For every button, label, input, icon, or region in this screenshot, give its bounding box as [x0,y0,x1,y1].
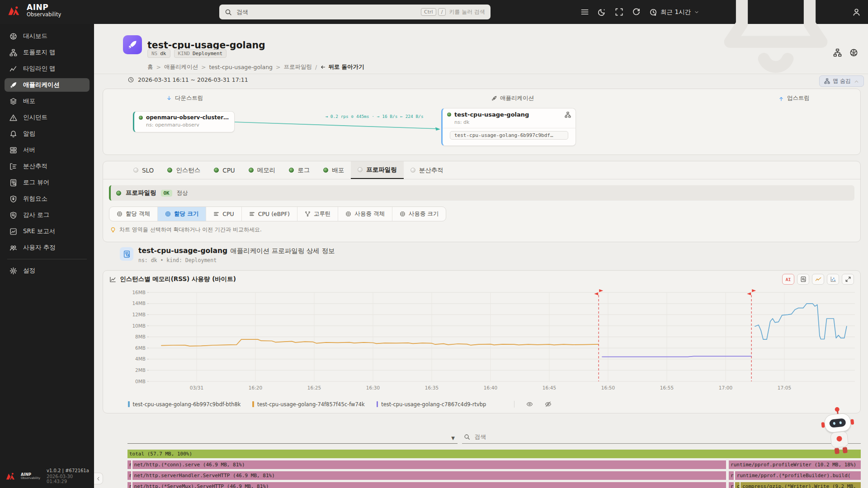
topology-icon[interactable] [565,112,571,118]
sidebar-item-bell[interactable]: 알림 [5,127,90,141]
chart-tool-scatter[interactable] [827,274,839,285]
back-button[interactable]: 뒤로 돌아가기 [320,63,364,71]
legend-item[interactable]: test-cpu-usage-golang-6b997c9bdf-bth8k [128,401,241,408]
tab-메모리[interactable]: 메모리 [242,161,283,179]
sidebar-item-shieldsearch[interactable]: 감사 로그 [5,208,90,222]
sidebar-item-rocket[interactable]: 애플리케이션 [5,78,90,92]
chart-tool-inspect[interactable] [797,274,809,285]
flame-segment[interactable]: total (57.7 MB, 100%) [127,450,861,458]
shieldlock-icon [9,195,17,203]
tab-CPU[interactable]: CPU [207,161,241,179]
search-input[interactable] [236,8,419,16]
flame-segment[interactable]: runtime/pprof.profileWriter (10.2 MB, 18… [729,460,861,469]
flame-segment[interactable]: n [127,460,131,469]
profile-button-할당 크기[interactable]: 할당 크기 [158,207,206,221]
sidebar-item-label: 타임라인 맵 [23,65,56,73]
users-icon [9,244,17,252]
tab-배포[interactable]: 배포 [316,161,351,179]
eyeoff-icon[interactable] [545,401,552,408]
svg-text:16:20: 16:20 [249,385,262,390]
memory-usage-chart[interactable]: 0MB2MB4MB6MB8MB10MB12MB14MB16MB03/3116:2… [103,288,860,402]
tab-로그[interactable]: 로그 [282,161,316,179]
user-avatar[interactable] [852,8,861,16]
tab-SLO[interactable]: SLO [127,161,160,179]
flame-search[interactable] [462,430,861,444]
detail-section-subtitle: ns: dk • kind: Deployment [138,257,217,263]
sidebar-nav: 대시보드토폴로지 맵타임라인 맵애플리케이션배포인시던트알림서버분산추적로그 뷰… [0,24,94,254]
flame-segment[interactable]: net/http.serverHandler.ServeHTTP (46.9 M… [132,471,726,480]
status-dot [323,168,328,173]
node-openmaru-observ-cluster-agent[interactable]: openmaru-observ-cluster-agent ns: openma… [133,111,235,132]
chart-tool-ai[interactable]: AI [782,274,794,285]
menu-icon[interactable] [580,8,589,16]
svg-text:0MB: 0MB [135,379,146,384]
chart-tool-trend[interactable] [812,274,824,285]
breadcrumb-separator: > [156,64,161,70]
flame-segment[interactable]: r [729,471,734,480]
flame-segment[interactable]: n [127,471,131,480]
mem-icon [400,211,406,217]
sidebar-item-settings[interactable]: 설정 [5,264,90,277]
dark-mode-icon[interactable] [598,8,606,16]
profile-button-고루틴[interactable]: 고루틴 [297,207,339,221]
chart-tool-expand[interactable] [842,274,854,285]
breadcrumb-item[interactable]: 애플리케이션 [164,63,198,71]
back-arrow-icon [320,64,326,70]
sidebar-item-warning[interactable]: 인시던트 [5,111,90,124]
flame-segment[interactable]: n [127,482,131,488]
breadcrumb-item[interactable]: 홈 [147,63,153,71]
sidebar-item-users[interactable]: 사용자 추정 [5,241,90,254]
sidebar-item-timeline[interactable]: 타임라인 맵 [5,62,90,75]
legend-item[interactable]: test-cpu-usage-golang-c7867c4d9-rtvbp [377,401,486,408]
document-search-icon [123,250,131,258]
profile-button-CPU (eBPF)[interactable]: CPU (eBPF) [242,207,297,221]
tab-프로파일링[interactable]: 프로파일링 [351,161,404,179]
breadcrumb-item[interactable]: test-cpu-usage-golang [209,64,273,70]
legend-color [128,401,130,407]
flame-segment[interactable]: runtime/pprof.(*profileBuilder).build( [735,471,861,480]
assistant-mascot[interactable] [816,405,860,460]
profile-button-사용중 크기[interactable]: 사용중 크기 [392,207,446,221]
mascot-body [830,431,849,448]
breadcrumb-item[interactable]: 프로파일링 [284,63,312,71]
sidebar-item-trace[interactable]: 분산추적 [5,160,90,173]
flame-filter-select[interactable]: ▼ [127,430,458,444]
tab-분산추적[interactable]: 분산추적 [404,161,450,179]
button-label: CPU (eBPF) [258,211,290,217]
sidebar-item-server[interactable]: 서버 [5,143,90,157]
tab-인스턴스[interactable]: 인스턴스 [160,161,207,179]
node-test-cpu-usage-golang[interactable]: test-cpu-usage-golang ns: dk test-cpu-us… [441,108,576,146]
sidebar-item-shieldlock[interactable]: 위험요소 [5,192,90,206]
profile-type-toolbar: 할당 객체할당 크기CPUCPU (eBPF)고루틴사용중 객체사용중 크기 [109,206,446,221]
flame-segment[interactable]: c [735,482,740,488]
search-hint: 키를 눌러 검색 [449,8,485,16]
legend-item[interactable]: test-cpu-usage-golang-74f857f45c-fw74k [252,401,364,408]
profile-button-사용중 객체[interactable]: 사용중 객체 [338,207,392,221]
svg-text:16:40: 16:40 [484,385,497,390]
fullscreen-icon[interactable] [615,8,623,16]
kubernetes-icon[interactable] [849,48,858,57]
breadcrumb-separator: > [276,64,280,70]
status-dot [249,168,254,173]
eye-icon[interactable] [526,401,533,408]
sidebar-item-k8s[interactable]: 대시보드 [5,29,90,43]
time-range-select[interactable]: 최근 1시간 [649,8,699,16]
flame-segment[interactable]: r [729,482,734,488]
sidebar-collapse-button[interactable] [94,473,103,484]
flame-search-input[interactable] [474,433,859,441]
sidebar-item-topology[interactable]: 토폴로지 맵 [5,46,90,59]
pod-chip[interactable]: test-cpu-usage-golang-6b997c9bdf… [450,131,568,140]
sidebar-item-logview[interactable]: 로그 뷰어 [5,176,90,189]
profile-button-CPU[interactable]: CPU [206,207,241,221]
sidebar-item-layers[interactable]: 배포 [5,94,90,108]
profile-button-할당 객체[interactable]: 할당 객체 [109,207,158,221]
flame-segment[interactable]: net/http.(*conn).serve (46.9 MB, 81%) [132,460,726,469]
refresh-icon[interactable] [632,8,641,16]
flame-segment[interactable]: compress/gzip.(*Writer).Write (9.2 MB, [741,482,861,488]
flame-segment[interactable]: net/http.(*ServeMux).ServeHTTP (46.9 MB,… [132,482,726,488]
sidebar-item-report[interactable]: SRE 보고서 [5,225,90,238]
app-logo: AINP Observability [7,4,61,18]
global-search[interactable]: Ctrl / 키를 눌러 검색 [219,5,491,19]
notifications-button[interactable]: 13 [708,0,844,80]
tab-label: SLO [142,167,154,174]
